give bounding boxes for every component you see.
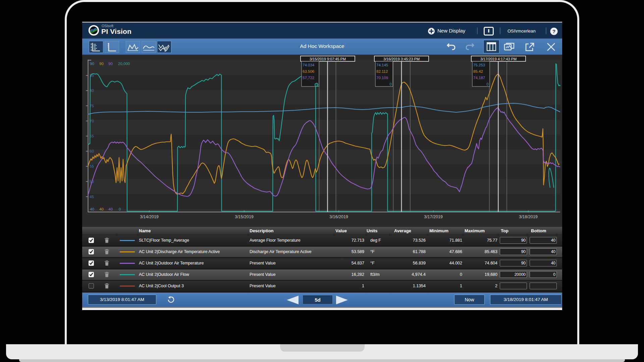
svg-text:60: 60 <box>90 149 94 153</box>
svg-text:90: 90 <box>90 62 94 66</box>
svg-text:?: ? <box>552 28 555 34</box>
svg-text:0: 0 <box>487 82 489 86</box>
svg-text:3/15/2019: 3/15/2019 <box>235 215 254 219</box>
svg-text:40: 40 <box>90 207 94 211</box>
svg-text:82.112: 82.112 <box>376 69 388 73</box>
svg-text:74,187: 74,187 <box>473 76 485 80</box>
svg-text:3/15/2019 9:07:45 PM: 3/15/2019 9:07:45 PM <box>310 57 346 61</box>
svg-text:90: 90 <box>99 62 104 66</box>
svg-text:74.034: 74.034 <box>303 63 315 67</box>
svg-text:40: 40 <box>99 207 104 211</box>
svg-text:3/18/2019: 3/18/2019 <box>519 215 538 219</box>
svg-text:45: 45 <box>90 195 94 199</box>
svg-text:3/14/2019: 3/14/2019 <box>140 215 159 219</box>
svg-text:90: 90 <box>108 62 113 66</box>
svg-text:70.109: 70.109 <box>376 76 388 80</box>
svg-text:55: 55 <box>90 164 94 168</box>
svg-text:20,000: 20,000 <box>118 62 130 66</box>
svg-text:75.253: 75.253 <box>473 63 485 67</box>
svg-text:74.145: 74.145 <box>376 63 388 67</box>
svg-text:63.506: 63.506 <box>303 69 314 73</box>
svg-text:3/16/2019: 3/16/2019 <box>329 215 348 219</box>
svg-text:0: 0 <box>119 207 121 211</box>
svg-text:3/17/2019 4:17:43 PM: 3/17/2019 4:17:43 PM <box>480 57 517 61</box>
svg-text:57,722: 57,722 <box>303 76 314 80</box>
svg-text:3/17/2019: 3/17/2019 <box>424 215 443 219</box>
svg-text:85.42: 85.42 <box>473 69 483 73</box>
svg-text:40: 40 <box>108 207 113 211</box>
svg-text:0: 0 <box>390 82 392 86</box>
svg-text:3/16/2019 3:45:23 PM: 3/16/2019 3:45:23 PM <box>383 57 420 61</box>
